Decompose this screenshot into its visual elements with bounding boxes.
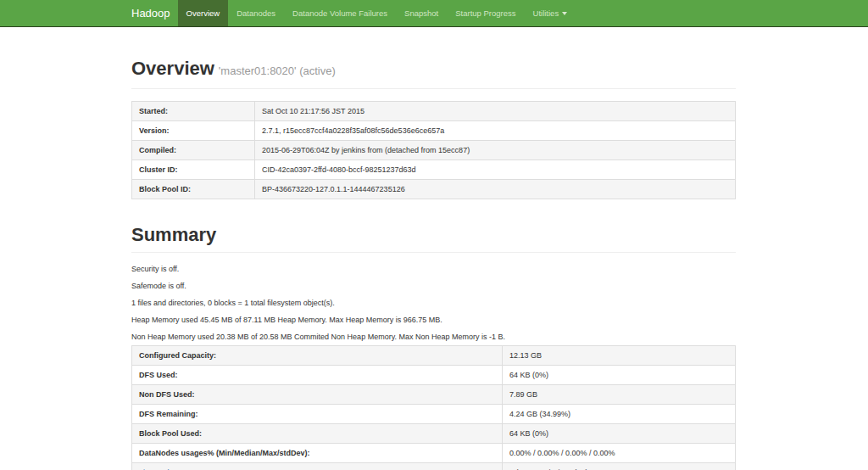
tab-datanode-volume-failures[interactable]: Datanode Volume Failures xyxy=(284,0,396,26)
row-label: Started: xyxy=(132,102,255,121)
cluster-info-table: Started: Sat Oct 10 21:17:56 JST 2015 Ve… xyxy=(131,101,736,199)
table-row: Configured Capacity: 12.13 GB xyxy=(132,346,736,366)
row-label: Configured Capacity: xyxy=(132,346,503,366)
page-title-subtitle: 'master01:8020' (active) xyxy=(219,64,336,77)
row-label: Live Nodes xyxy=(132,463,503,470)
row-value: 64 KB (0%) xyxy=(503,424,736,444)
row-value: 12.13 GB xyxy=(503,346,736,366)
row-value: 0.00% / 0.00% / 0.00% / 0.00% xyxy=(503,444,736,463)
row-label: Non DFS Used: xyxy=(132,385,503,405)
table-row: Live Nodes 3 (Decommissioned: 0) xyxy=(132,463,736,470)
tab-snapshot[interactable]: Snapshot xyxy=(396,0,447,26)
table-row: Non DFS Used: 7.89 GB xyxy=(132,385,736,405)
row-value: 4.24 GB (34.99%) xyxy=(503,405,736,424)
row-value: 2.7.1, r15ecc87ccf4a0228f35af08fc56de536… xyxy=(255,121,736,141)
tab-utilities-label: Utilities xyxy=(533,8,559,18)
table-row: Cluster ID: CID-42ca0397-2ffd-4080-bccf-… xyxy=(132,160,736,180)
nav-tabs: Overview Datanodes Datanode Volume Failu… xyxy=(178,0,576,26)
table-row: Compiled: 2015-06-29T06:04Z by jenkins f… xyxy=(132,141,736,160)
row-value: 3 (Decommissioned: 0) xyxy=(503,463,736,470)
main-content: Overview'master01:8020' (active) Started… xyxy=(131,59,736,470)
row-label: DataNodes usages% (Min/Median/Max/stdDev… xyxy=(132,444,503,463)
table-row: DFS Remaining: 4.24 GB (34.99%) xyxy=(132,405,736,424)
caret-down-icon xyxy=(562,12,567,15)
summary-line-security: Security is off. xyxy=(131,265,736,274)
row-label: Compiled: xyxy=(132,141,255,160)
table-row: Started: Sat Oct 10 21:17:56 JST 2015 xyxy=(132,102,736,121)
table-row: DataNodes usages% (Min/Median/Max/stdDev… xyxy=(132,444,736,463)
row-label: Block Pool ID: xyxy=(132,180,255,199)
summary-line-safemode: Safemode is off. xyxy=(131,282,736,291)
summary-line-heap: Heap Memory used 45.45 MB of 87.11 MB He… xyxy=(131,316,736,325)
divider xyxy=(131,88,736,89)
row-label: Version: xyxy=(132,121,255,141)
row-value: CID-42ca0397-2ffd-4080-bccf-98251237d63d xyxy=(255,160,736,180)
tab-utilities-dropdown[interactable]: Utilities xyxy=(525,0,576,26)
table-row: DFS Used: 64 KB (0%) xyxy=(132,366,736,385)
navbar: Hadoop Overview Datanodes Datanode Volum… xyxy=(0,0,868,27)
summary-table: Configured Capacity: 12.13 GB DFS Used: … xyxy=(131,345,736,470)
row-value: 7.89 GB xyxy=(503,385,736,405)
tab-overview[interactable]: Overview xyxy=(178,0,229,26)
divider xyxy=(131,252,736,253)
row-label: Block Pool Used: xyxy=(132,424,503,444)
page-title: Overview'master01:8020' (active) xyxy=(131,59,736,81)
summary-heading: Summary xyxy=(131,225,736,245)
row-value: BP-436673220-127.0.1.1-1444467235126 xyxy=(255,180,736,199)
brand-link[interactable]: Hadoop xyxy=(131,0,170,26)
table-row: Block Pool ID: BP-436673220-127.0.1.1-14… xyxy=(132,180,736,199)
row-label: DFS Remaining: xyxy=(132,405,503,424)
row-value: 2015-06-29T06:04Z by jenkins from (detac… xyxy=(255,141,736,160)
tab-datanodes[interactable]: Datanodes xyxy=(228,0,284,26)
row-value: 64 KB (0%) xyxy=(503,366,736,385)
row-label: Cluster ID: xyxy=(132,160,255,180)
summary-line-filesystem: 1 files and directories, 0 blocks = 1 to… xyxy=(131,299,736,308)
row-label: DFS Used: xyxy=(132,366,503,385)
tab-startup-progress[interactable]: Startup Progress xyxy=(447,0,524,26)
summary-line-nonheap: Non Heap Memory used 20.38 MB of 20.58 M… xyxy=(131,333,736,342)
table-row: Version: 2.7.1, r15ecc87ccf4a0228f35af08… xyxy=(132,121,736,141)
row-value: Sat Oct 10 21:17:56 JST 2015 xyxy=(255,102,736,121)
page-title-text: Overview xyxy=(131,58,214,79)
table-row: Block Pool Used: 64 KB (0%) xyxy=(132,424,736,444)
summary-text: Security is off. Safemode is off. 1 file… xyxy=(131,265,736,342)
